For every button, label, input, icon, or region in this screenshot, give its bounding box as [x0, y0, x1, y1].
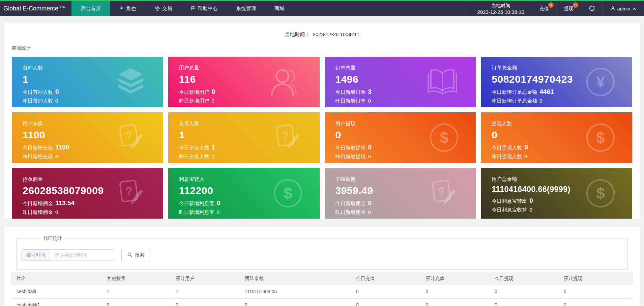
- agent-statistics-panel: 代理统计 统计时间 搜索 姓名 客服数量 累计用户 团队余额 今日充值: [4, 227, 640, 306]
- agent-statistics-box: 代理统计 统计时间 搜索: [16, 235, 628, 270]
- stat-card-interest-transfer-in: 利息宝转入 112200 今日新增利息宝0 昨日新增利息宝0 $: [168, 168, 320, 219]
- user-menu[interactable]: admin: [603, 1, 644, 16]
- stat-cards-grid: 首冲人数 1 今日首冲人数0 昨日首冲人数0 用户总量 116 今日新增用户0 …: [12, 57, 632, 219]
- col-service-count: 客服数量: [101, 272, 170, 285]
- nav-item-trade[interactable]: 交易: [145, 1, 181, 16]
- svg-text:?: ?: [125, 184, 133, 198]
- topbar: Global E-Commerce V16 后台首页 角色 交易 帮助中心 系统…: [0, 1, 644, 16]
- app-logo-text: Global E-Commerce: [3, 5, 58, 12]
- col-total-users: 累计用户: [170, 272, 239, 285]
- stat-card-total-orders: 订单总量 1496 今日新增订单3 昨日新增订单0: [325, 57, 476, 107]
- stat-card-user-recharge: 用户充值 1100 今日新增充值1100 昨日新增充值0 ?: [12, 112, 163, 163]
- nav-item-roles[interactable]: 角色: [110, 1, 145, 16]
- table-row: ceshidaili 1 7 1110151608.05 0 0 0 0: [11, 285, 633, 298]
- search-button[interactable]: 搜索: [121, 249, 150, 261]
- chevron-up-icon: [632, 6, 637, 11]
- filter-time-label: 统计时间: [21, 249, 50, 261]
- agent-table: 姓名 客服数量 累计用户 团队余额 今日充值 累计充值 今日提现 累计提现 ce…: [11, 272, 633, 306]
- stat-card-recharge-users: 充值人数 1 今日充值人数1 昨日充值人数0 ?: [168, 112, 320, 163]
- col-today-withdraw: 今日提现: [489, 272, 558, 285]
- svg-text:?: ?: [281, 129, 289, 142]
- yen-circle-icon: ¥: [586, 68, 615, 96]
- withdraw-badge: 0: [573, 2, 578, 8]
- col-total-withdraw: 累计提现: [558, 272, 633, 285]
- order-edit-icon: ?: [116, 122, 146, 153]
- table-header-row: 姓名 客服数量 累计用户 团队余额 今日充值 累计充值 今日提现 累计提现: [11, 272, 633, 285]
- section-title-mall-stats: 商城统计: [12, 45, 640, 51]
- svg-text:?: ?: [437, 184, 446, 198]
- nav-item-system[interactable]: 系统管理: [227, 1, 265, 16]
- recharge-badge: 0: [548, 2, 554, 8]
- order-edit-icon: ?: [116, 178, 146, 209]
- page-local-time: 当地时间：2023-12-26 10:38:11: [4, 23, 640, 38]
- user-icon: [610, 6, 615, 12]
- nav-item-help-center[interactable]: 帮助中心: [181, 1, 227, 16]
- book-icon: [427, 65, 458, 99]
- user-icon: [119, 6, 124, 12]
- local-time-label: 当地时间: [491, 2, 510, 9]
- order-edit-icon: ?: [272, 122, 302, 153]
- stat-card-order-commission: 抢单佣金 26028538079009 今日新增佣金113.54 昨日新增佣金0…: [12, 168, 163, 219]
- agent-statistics-legend: 代理统计: [40, 235, 65, 242]
- table-row: ceshidalili2 0 0 0 0 0 0 0: [11, 298, 633, 306]
- stat-card-total-users: 用户总量 116 今日新增用户0 昨日新增用户0: [168, 57, 320, 107]
- dollar-circle-icon: $: [586, 123, 615, 152]
- nav-item-mall[interactable]: 商城: [265, 1, 294, 16]
- username: admin: [617, 6, 630, 11]
- col-total-recharge: 累计充值: [420, 272, 489, 285]
- stat-card-total-order-amount: 订单总金额 50820174970423 今日新增订单总金额4461 昨日新增订…: [481, 57, 632, 107]
- flag-icon: [191, 6, 196, 12]
- dollar-circle-icon: $: [274, 179, 302, 207]
- order-edit-icon: ?: [429, 178, 458, 209]
- svg-text:?: ?: [125, 129, 133, 142]
- col-name: 姓名: [11, 272, 101, 285]
- topbar-local-time: 当地时间 2023-12-26 10:38:10: [470, 1, 532, 16]
- withdraw-button[interactable]: 提现 0: [556, 1, 581, 16]
- stat-card-user-total-balance: 用户总余额 1110416400.66(9999) 今日利息宝转出0 今日利息宝…: [481, 168, 632, 219]
- stat-card-withdraw-users: 提现人数 0 今日提现人数0 昨日提现人数0 $: [481, 112, 632, 163]
- stat-card-sub-rebate: 下级返佣 3959.49 今日新增佣金0 昨日新增佣金0 ?: [325, 168, 476, 219]
- app-logo-version: V16: [59, 5, 65, 9]
- layers-icon: [116, 66, 146, 98]
- person-icon: [268, 64, 302, 100]
- local-time-value: 2023-12-26 10:38:10: [477, 9, 524, 16]
- mall-statistics-panel: 当地时间：2023-12-26 10:38:11 商城统计 首冲人数 1 今日首…: [4, 23, 640, 219]
- stat-card-user-withdraw: 用户提现 0 今日新增提现0 昨日新增提现0 $: [325, 112, 476, 163]
- filter-time-input[interactable]: [50, 249, 114, 261]
- nav-item-dashboard[interactable]: 后台首页: [71, 1, 110, 16]
- recharge-button[interactable]: 充值 0: [532, 1, 556, 16]
- refresh-button[interactable]: [581, 1, 603, 16]
- stat-card-first-recharge-users: 首冲人数 1 今日首冲人数0 昨日首冲人数0: [12, 57, 163, 107]
- col-team-balance: 团队余额: [239, 272, 351, 285]
- refresh-icon: [589, 5, 595, 12]
- search-icon: [127, 252, 133, 258]
- col-today-recharge: 今日充值: [351, 272, 420, 285]
- topbar-right: 当地时间 2023-12-26 10:38:10 充值 0 提现 0 admin: [470, 1, 644, 16]
- agent-filter-row: 统计时间 搜索: [21, 249, 623, 261]
- app-logo: Global E-Commerce V16: [0, 1, 71, 16]
- scales-icon: [154, 5, 160, 12]
- dollar-circle-icon: $: [430, 123, 458, 152]
- dollar-circle-icon: $: [586, 179, 615, 207]
- main-nav: 后台首页 角色 交易 帮助中心 系统管理 商城: [71, 1, 294, 16]
